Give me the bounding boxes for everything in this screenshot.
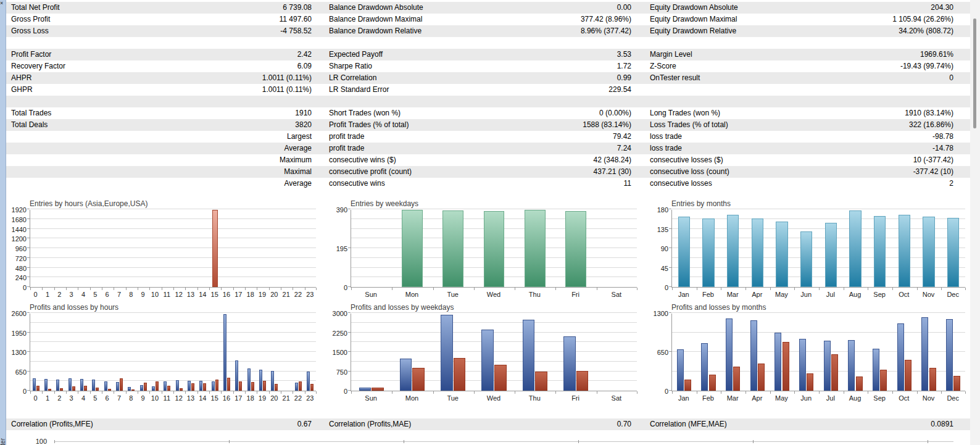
y-axis-tick-label: 0 [6, 388, 27, 395]
stat-value: 322 (16.86%) [909, 119, 970, 131]
stat-cell: loss trade-14.78 [645, 143, 970, 154]
gridline [30, 267, 316, 268]
x-axis-tick [42, 391, 43, 394]
y-axis-tick [669, 267, 671, 268]
chart-profits-losses-by-months: Profits and losses by months06501300JanF… [648, 302, 970, 406]
x-axis-category-label: Wed [473, 291, 514, 298]
x-axis-tick [721, 288, 721, 290]
chart-profits-losses-by-hours: Profits and losses by hours0650130019502… [6, 302, 321, 406]
profits-bar [33, 378, 36, 391]
gridline [351, 209, 637, 209]
chart-title: Profits and losses by months [671, 303, 766, 312]
close-icon[interactable]: × [0, 0, 3, 6]
stat-cell [324, 96, 645, 107]
losses-bar [227, 378, 230, 391]
profits-bar [223, 314, 226, 391]
y-axis-tick-label: 390 [327, 207, 347, 214]
x-axis-category-label: 10 [149, 291, 160, 298]
losses-bar [953, 376, 960, 391]
y-axis-tick [669, 228, 671, 229]
x-axis-tick [185, 288, 186, 290]
stat-label: Long Trades (won %) [645, 107, 905, 119]
correlation-row: Correlation (Profits,MFE)0.67Correlation… [6, 418, 970, 430]
gridline [351, 322, 637, 323]
stat-value: 1910 (83.14%) [905, 107, 970, 119]
stat-value [953, 96, 970, 107]
stat-value: 11 497.60 [280, 14, 325, 25]
profits-bar [400, 359, 412, 391]
losses-bar [929, 368, 936, 391]
stats-row: Total Deals3820Profit Trades (% of total… [6, 119, 970, 131]
stat-label [645, 96, 953, 107]
stat-cell: Sharpe Ratio1.72 [324, 60, 645, 72]
y-axis-tick [27, 286, 30, 287]
entries-bar [484, 211, 504, 287]
y-axis-tick-label: 240 [6, 275, 27, 281]
losses-bar [576, 371, 589, 391]
x-axis-tick [162, 391, 162, 394]
gridline [30, 361, 316, 362]
y-axis-tick-label: 0 [327, 285, 347, 291]
x-axis-tick [597, 288, 597, 290]
stat-label [324, 96, 631, 107]
profits-bar [212, 381, 215, 391]
x-axis-category-label: Nov [916, 394, 941, 402]
stat-value: 0.70 [617, 418, 645, 430]
entries-bar [525, 210, 545, 287]
x-axis-tick [245, 391, 246, 394]
x-axis-category-label: Mar [720, 291, 745, 298]
y-axis-tick [27, 332, 30, 333]
y-axis-tick [27, 247, 30, 248]
stat-cell: Correlation (MFE,MAE)0.0891 [645, 418, 970, 430]
profits-bar [247, 368, 251, 391]
x-axis-tick [102, 288, 102, 290]
gridline [672, 228, 965, 229]
x-axis-tick [281, 391, 281, 394]
gridline [672, 267, 965, 268]
tester-tab-label[interactable]: Tester [0, 438, 6, 445]
stat-label: LR Correlation [324, 72, 617, 84]
stat-cell: Total Net Profit6 739.08 [6, 2, 324, 14]
y-axis-tick [669, 286, 671, 287]
vertical-scrollbar[interactable] [970, 0, 980, 445]
x-axis-tick [149, 391, 150, 394]
x-axis-tick [30, 288, 31, 290]
stat-cell: OnTester result0 [645, 72, 970, 84]
stats-row: Gross Loss-4 758.52Balance Drawdown Rela… [6, 25, 970, 37]
stat-label: Loss Trades (% of total) [645, 119, 909, 131]
entries-bar [727, 215, 739, 287]
x-axis-category-label: 1 [41, 394, 53, 402]
x-axis-category-label: 17 [233, 291, 244, 298]
stat-value: 1.0011 (0.11%) [262, 84, 324, 96]
stats-row: Correlation (Profits,MFE)0.67Correlation… [6, 418, 970, 430]
y-axis-tick [27, 371, 30, 372]
x-axis-tick [293, 391, 293, 394]
partial-axis-line [54, 441, 953, 442]
stat-value: 204.30 [931, 2, 970, 14]
y-axis-tick-label: 1680 [6, 217, 27, 223]
x-axis-tick [794, 288, 795, 290]
x-axis-tick [126, 288, 127, 290]
chart-entries-by-weekdays: Entries by weekdays0195390SunMonTueWedTh… [327, 199, 642, 302]
stat-value: 0 [949, 72, 970, 84]
entries-bar [565, 211, 586, 287]
gridline [30, 341, 316, 342]
stat-label: Total Trades [6, 107, 295, 119]
stat-cell: Average [6, 143, 324, 154]
stat-value: Average [284, 143, 324, 154]
profits-bar [307, 372, 310, 391]
stat-label: GHPR [6, 84, 262, 96]
stat-label: Z-Score [645, 60, 900, 72]
y-axis-tick [27, 267, 30, 268]
scrollbar-thumb[interactable] [973, 19, 976, 128]
y-axis-tick [348, 332, 351, 333]
losses-bar [275, 384, 278, 391]
stat-cell: GHPR1.0011 (0.11%) [6, 84, 324, 96]
y-axis-tick-label: 1300 [648, 310, 668, 317]
stat-value: 0.99 [617, 72, 645, 84]
stats-row: Maximalconsecutive profit (count)437.21 … [6, 166, 970, 178]
x-axis-category-label: 18 [244, 394, 256, 402]
losses-bar [36, 386, 39, 391]
stat-value: Maximal [284, 166, 324, 178]
losses-bar [535, 372, 547, 391]
